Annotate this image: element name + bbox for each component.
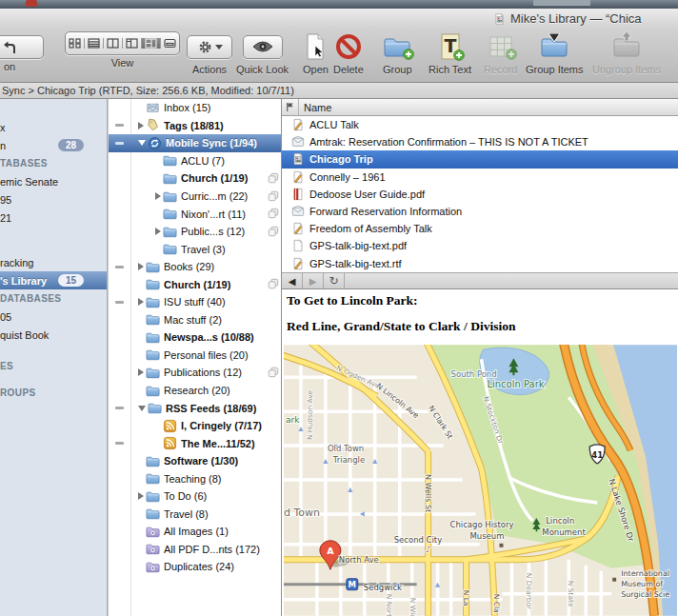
tree-row[interactable]: Public...s (12)	[109, 223, 281, 241]
sidebar-item[interactable]: 95	[0, 190, 107, 209]
back-button[interactable]: ◀	[282, 273, 303, 288]
tree-row-label: Public...s (12)	[181, 226, 245, 237]
tree-row-label: Teaching (8)	[164, 473, 222, 485]
tree-row[interactable]: Tags (18/81)	[109, 117, 281, 135]
file-row[interactable]: GPS-talk-big-text.pdf	[282, 237, 678, 254]
disclosure-right-icon[interactable]	[138, 368, 144, 376]
sidebar-section-header: ES	[0, 357, 107, 375]
tree-row[interactable]: ISU stuff (40)	[109, 293, 281, 311]
tree-row[interactable]: The Me...11/52)	[109, 434, 281, 452]
tree-row[interactable]: RSS Feeds (18/69)	[109, 399, 281, 417]
sidebar-item[interactable]: x	[0, 118, 107, 136]
sidebar-item-label: x	[0, 122, 6, 133]
forward-button[interactable]: ▶	[303, 273, 324, 288]
folder-icon	[146, 330, 160, 345]
tree-row[interactable]: Duplicates (24)	[109, 558, 281, 576]
groupitems-button[interactable]: Group Items	[526, 31, 584, 75]
disclosure-right-icon[interactable]	[155, 228, 161, 235]
tree-row[interactable]: Curric...m (22)	[109, 188, 281, 206]
tree-row[interactable]: Personal files (20)	[109, 347, 281, 365]
file-row[interactable]: Connelly – 1961	[282, 169, 678, 186]
tree-row[interactable]: Inbox (15)	[109, 99, 281, 117]
rtf-file-icon	[291, 118, 305, 131]
tree-row[interactable]: Church (1/19)	[109, 169, 281, 188]
tree-row[interactable]: Mac stuff (2)	[109, 311, 281, 329]
sidebar-item[interactable]: 21	[0, 209, 107, 227]
tree-row[interactable]: Travel (8)	[109, 506, 281, 524]
disclosure-right-icon[interactable]	[138, 263, 144, 270]
disclosure-right-icon[interactable]	[138, 122, 144, 129]
disclosure-down-icon[interactable]	[138, 406, 146, 411]
file-row[interactable]: GPS-talk-big-text.rtf	[282, 255, 678, 272]
tree-row-label: Software (1/30)	[164, 455, 238, 467]
tree-row[interactable]: Books (29)	[109, 258, 281, 276]
tree-row[interactable]: Newspa...s (10/88)	[109, 328, 281, 347]
sidebar-item-label: ROUPS	[0, 387, 36, 398]
view-label: View	[111, 57, 134, 69]
disclosure-right-icon[interactable]	[138, 492, 144, 500]
view-list-segment[interactable]	[85, 38, 104, 49]
disclosure-right-icon[interactable]	[138, 298, 144, 306]
view-icons-segment[interactable]	[66, 38, 85, 49]
sidebar-item[interactable]: 's Library15	[0, 271, 107, 289]
tree-row[interactable]: Mobile Sync (1/94)	[109, 134, 281, 152]
sidebar-section-header: TABASES	[0, 154, 107, 172]
file-row[interactable]: Freedom of Assembly Talk	[282, 220, 678, 237]
quicklook-button[interactable]: Quick Look	[236, 31, 289, 75]
delete-button[interactable]: Delete	[333, 31, 364, 75]
disclosure-down-icon[interactable]	[138, 140, 146, 146]
rtf-file-icon	[291, 170, 305, 184]
window-titlebar[interactable]: Mike's Library — “Chica	[0, 9, 678, 28]
tree-row[interactable]: Church (1/19)	[109, 275, 281, 293]
view-segmented-control[interactable]	[65, 31, 180, 55]
path-bar[interactable]: Sync > Chicago Trip (RTFD, Size: 256.6 K…	[0, 83, 678, 99]
file-row[interactable]: Dedoose User Guide.pdf	[282, 186, 678, 203]
name-column-header[interactable]: Name	[299, 102, 331, 113]
tree-row[interactable]: To Do (6)	[109, 487, 281, 506]
file-row[interactable]: Forward Reservation Information	[282, 203, 678, 220]
group-button[interactable]: Group	[383, 31, 412, 75]
document-preview-pane[interactable]: To Get to Lincoln Park: Red Line, Grand/…	[282, 289, 678, 616]
file-name: GPS-talk-big-text.pdf	[309, 240, 407, 251]
tree-row[interactable]: All PDF D...nts (172)	[109, 541, 281, 559]
open-button[interactable]: Open	[303, 31, 329, 75]
file-row[interactable]: Chicago Trip	[282, 150, 678, 168]
ungroupitems-button[interactable]: Ungroup Items	[592, 31, 661, 75]
view-split-segment[interactable]	[123, 38, 142, 49]
sidebar-item[interactable]: racking	[0, 253, 107, 271]
tree-row[interactable]: Teaching (8)	[109, 469, 281, 487]
actions-button[interactable]: Actions	[187, 31, 232, 75]
sidebar: xn28TABASESemic Senate9521racking's Libr…	[0, 99, 108, 616]
tree-row[interactable]: Software (1/30)	[109, 452, 281, 470]
file-row[interactable]: Amtrak: Reservation Confirmation – THIS …	[282, 133, 678, 150]
tree-row[interactable]: All Images (1)	[109, 523, 281, 541]
flag-column-header[interactable]	[282, 99, 299, 115]
sidebar-item[interactable]: n28	[0, 136, 107, 154]
file-list-header[interactable]: Name	[282, 99, 678, 116]
toolbar: on View ActionsQuick LookOpenDeleteGroup…	[0, 28, 678, 83]
toolbar-partial-button[interactable]: on	[0, 35, 44, 72]
view-threepane-segment[interactable]	[142, 38, 161, 49]
view-widescreen-segment[interactable]	[161, 38, 179, 49]
disclosure-right-icon[interactable]	[155, 192, 161, 200]
tree-row[interactable]: Nixon'...rt (11)	[109, 205, 281, 223]
richtext-button[interactable]: Rich Text	[429, 31, 471, 75]
delete-icon	[335, 31, 362, 62]
map-label: Lincoln Park	[487, 379, 544, 389]
sidebar-item[interactable]: 05	[0, 308, 107, 326]
tree-row[interactable]: I, Cringely (7/17)	[109, 417, 281, 435]
refresh-button[interactable]: ↻	[324, 273, 345, 288]
tree-row-label: Publications (12)	[164, 367, 242, 378]
tree-row[interactable]: ACLU (7)	[109, 152, 281, 170]
file-row[interactable]: ACLU Talk	[282, 116, 678, 133]
tree-row[interactable]: Travel (3)	[109, 240, 281, 258]
view-columns-segment[interactable]	[104, 38, 123, 49]
folder-icon	[146, 260, 160, 274]
record-button[interactable]: Record	[484, 31, 517, 75]
sidebar-item[interactable]: quist Book	[0, 326, 107, 344]
groupitems-icon	[540, 31, 568, 62]
tree-row[interactable]: Research (20)	[109, 382, 281, 400]
sidebar-item[interactable]: emic Senate	[0, 172, 107, 190]
folder-icon	[163, 171, 177, 186]
tree-row[interactable]: Publications (12)	[109, 364, 281, 382]
